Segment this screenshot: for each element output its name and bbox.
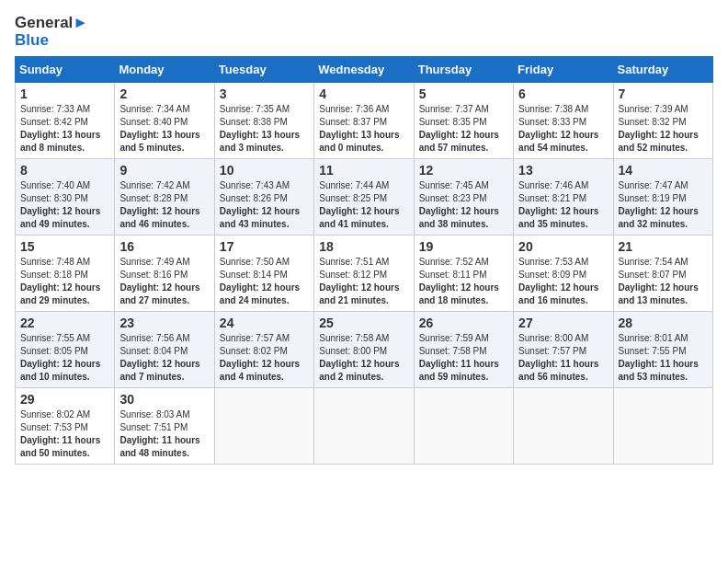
calendar-cell — [613, 388, 712, 465]
calendar-cell: 1Sunrise: 7:33 AMSunset: 8:42 PMDaylight… — [16, 83, 115, 159]
logo-blue: Blue — [15, 32, 88, 50]
day-number: 18 — [319, 239, 408, 254]
calendar-cell: 28Sunrise: 8:01 AMSunset: 7:55 PMDayligh… — [613, 312, 712, 388]
day-number: 12 — [419, 163, 508, 178]
calendar-cell — [314, 388, 414, 465]
weekday-saturday: Saturday — [613, 57, 712, 83]
day-info: Sunrise: 7:47 AMSunset: 8:19 PMDaylight:… — [619, 179, 708, 231]
calendar-cell: 22Sunrise: 7:55 AMSunset: 8:05 PMDayligh… — [16, 312, 115, 388]
day-info: Sunrise: 7:49 AMSunset: 8:16 PMDaylight:… — [119, 256, 209, 307]
day-info: Sunrise: 7:53 AMSunset: 8:09 PMDaylight:… — [518, 256, 608, 307]
weekday-monday: Monday — [115, 57, 214, 83]
day-info: Sunrise: 7:40 AMSunset: 8:30 PMDaylight:… — [20, 179, 109, 231]
day-info: Sunrise: 7:45 AMSunset: 8:23 PMDaylight:… — [419, 179, 508, 231]
day-info: Sunrise: 7:42 AMSunset: 8:28 PMDaylight:… — [119, 179, 209, 231]
day-info: Sunrise: 8:02 AMSunset: 7:53 PMDaylight:… — [20, 408, 109, 460]
logo: General► Blue — [15, 15, 88, 49]
calendar-cell: 17Sunrise: 7:50 AMSunset: 8:14 PMDayligh… — [214, 236, 313, 312]
page-header: General► Blue — [15, 15, 713, 49]
day-number: 4 — [319, 86, 408, 101]
day-info: Sunrise: 7:34 AMSunset: 8:40 PMDaylight:… — [119, 103, 209, 155]
day-info: Sunrise: 7:37 AMSunset: 8:35 PMDaylight:… — [419, 103, 508, 155]
calendar-cell: 15Sunrise: 7:48 AMSunset: 8:18 PMDayligh… — [16, 236, 115, 312]
day-number: 19 — [419, 239, 508, 254]
day-info: Sunrise: 7:55 AMSunset: 8:05 PMDaylight:… — [20, 332, 109, 384]
day-info: Sunrise: 7:46 AMSunset: 8:21 PMDaylight:… — [518, 179, 608, 231]
calendar-cell: 2Sunrise: 7:34 AMSunset: 8:40 PMDaylight… — [115, 83, 214, 159]
calendar-cell — [514, 388, 613, 465]
calendar-cell: 16Sunrise: 7:49 AMSunset: 8:16 PMDayligh… — [115, 236, 214, 312]
day-info: Sunrise: 7:39 AMSunset: 8:32 PMDaylight:… — [619, 103, 708, 155]
day-info: Sunrise: 7:51 AMSunset: 8:12 PMDaylight:… — [319, 256, 408, 307]
day-number: 10 — [220, 163, 309, 178]
day-number: 20 — [518, 239, 608, 254]
weekday-header-row: SundayMondayTuesdayWednesdayThursdayFrid… — [16, 57, 713, 83]
day-number: 28 — [619, 316, 708, 330]
day-number: 25 — [319, 316, 408, 330]
day-number: 5 — [419, 86, 508, 101]
day-info: Sunrise: 7:58 AMSunset: 8:00 PMDaylight:… — [319, 332, 408, 384]
day-number: 8 — [20, 163, 109, 178]
day-number: 22 — [20, 316, 109, 330]
day-info: Sunrise: 7:44 AMSunset: 8:25 PMDaylight:… — [319, 179, 408, 231]
week-row-2: 8Sunrise: 7:40 AMSunset: 8:30 PMDaylight… — [16, 159, 713, 236]
day-number: 23 — [119, 316, 209, 330]
weekday-thursday: Thursday — [414, 57, 513, 83]
calendar-table: SundayMondayTuesdayWednesdayThursdayFrid… — [15, 56, 713, 465]
calendar-cell — [214, 388, 313, 465]
day-number: 14 — [619, 163, 708, 178]
day-info: Sunrise: 7:52 AMSunset: 8:11 PMDaylight:… — [419, 256, 508, 307]
calendar-cell: 12Sunrise: 7:45 AMSunset: 8:23 PMDayligh… — [414, 159, 513, 236]
calendar-cell: 26Sunrise: 7:59 AMSunset: 7:58 PMDayligh… — [414, 312, 513, 388]
calendar-cell: 29Sunrise: 8:02 AMSunset: 7:53 PMDayligh… — [16, 388, 115, 465]
day-info: Sunrise: 7:57 AMSunset: 8:02 PMDaylight:… — [220, 332, 309, 384]
day-info: Sunrise: 7:56 AMSunset: 8:04 PMDaylight:… — [119, 332, 209, 384]
calendar-cell: 3Sunrise: 7:35 AMSunset: 8:38 PMDaylight… — [214, 83, 313, 159]
day-info: Sunrise: 7:50 AMSunset: 8:14 PMDaylight:… — [220, 256, 309, 307]
week-row-4: 22Sunrise: 7:55 AMSunset: 8:05 PMDayligh… — [16, 312, 713, 388]
day-info: Sunrise: 8:01 AMSunset: 7:55 PMDaylight:… — [619, 332, 708, 384]
day-number: 3 — [220, 86, 309, 101]
calendar-cell: 27Sunrise: 8:00 AMSunset: 7:57 PMDayligh… — [514, 312, 613, 388]
day-number: 21 — [619, 239, 708, 254]
calendar-cell: 11Sunrise: 7:44 AMSunset: 8:25 PMDayligh… — [314, 159, 414, 236]
day-number: 13 — [518, 163, 608, 178]
logo-general: General► — [15, 15, 88, 32]
weekday-wednesday: Wednesday — [314, 57, 414, 83]
weekday-friday: Friday — [514, 57, 613, 83]
day-number: 15 — [20, 239, 109, 254]
day-number: 11 — [319, 163, 408, 178]
day-number: 6 — [518, 86, 608, 101]
day-info: Sunrise: 7:59 AMSunset: 7:58 PMDaylight:… — [419, 332, 508, 384]
week-row-5: 29Sunrise: 8:02 AMSunset: 7:53 PMDayligh… — [16, 388, 713, 465]
calendar-cell: 10Sunrise: 7:43 AMSunset: 8:26 PMDayligh… — [214, 159, 313, 236]
day-number: 17 — [220, 239, 309, 254]
calendar-cell: 9Sunrise: 7:42 AMSunset: 8:28 PMDaylight… — [115, 159, 214, 236]
day-info: Sunrise: 8:03 AMSunset: 7:51 PMDaylight:… — [119, 408, 209, 460]
calendar-cell: 5Sunrise: 7:37 AMSunset: 8:35 PMDaylight… — [414, 83, 513, 159]
calendar-cell: 20Sunrise: 7:53 AMSunset: 8:09 PMDayligh… — [514, 236, 613, 312]
calendar-cell: 8Sunrise: 7:40 AMSunset: 8:30 PMDaylight… — [16, 159, 115, 236]
day-number: 16 — [119, 239, 209, 254]
calendar-cell: 30Sunrise: 8:03 AMSunset: 7:51 PMDayligh… — [115, 388, 214, 465]
calendar-cell — [414, 388, 513, 465]
calendar-body: 1Sunrise: 7:33 AMSunset: 8:42 PMDaylight… — [16, 83, 713, 465]
day-info: Sunrise: 7:38 AMSunset: 8:33 PMDaylight:… — [518, 103, 608, 155]
calendar-cell: 23Sunrise: 7:56 AMSunset: 8:04 PMDayligh… — [115, 312, 214, 388]
day-info: Sunrise: 7:48 AMSunset: 8:18 PMDaylight:… — [20, 256, 109, 307]
day-number: 1 — [20, 86, 109, 101]
calendar-cell: 25Sunrise: 7:58 AMSunset: 8:00 PMDayligh… — [314, 312, 414, 388]
calendar-cell: 19Sunrise: 7:52 AMSunset: 8:11 PMDayligh… — [414, 236, 513, 312]
day-info: Sunrise: 7:35 AMSunset: 8:38 PMDaylight:… — [220, 103, 309, 155]
weekday-sunday: Sunday — [16, 57, 115, 83]
calendar-cell: 7Sunrise: 7:39 AMSunset: 8:32 PMDaylight… — [613, 83, 712, 159]
week-row-3: 15Sunrise: 7:48 AMSunset: 8:18 PMDayligh… — [16, 236, 713, 312]
weekday-tuesday: Tuesday — [214, 57, 313, 83]
day-info: Sunrise: 7:33 AMSunset: 8:42 PMDaylight:… — [20, 103, 109, 155]
day-number: 24 — [220, 316, 309, 330]
day-info: Sunrise: 8:00 AMSunset: 7:57 PMDaylight:… — [518, 332, 608, 384]
day-number: 29 — [20, 392, 109, 407]
calendar-cell: 6Sunrise: 7:38 AMSunset: 8:33 PMDaylight… — [514, 83, 613, 159]
day-number: 7 — [619, 86, 708, 101]
day-number: 30 — [119, 392, 209, 407]
